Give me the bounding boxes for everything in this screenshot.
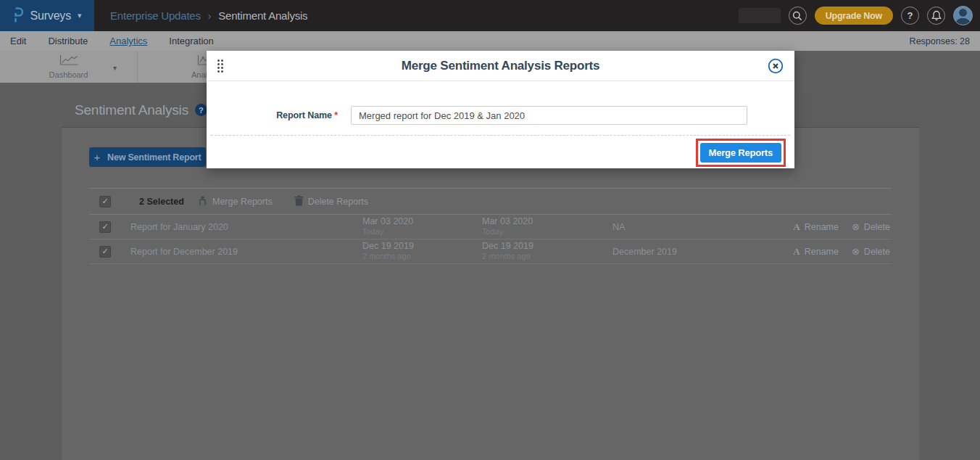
merge-reports-action[interactable]: Merge Reports — [197, 195, 273, 208]
delete-action[interactable]: ⊗ Delete — [852, 221, 890, 232]
nav-item-integration[interactable]: Integration — [169, 36, 213, 46]
check-icon: ✓ — [101, 197, 108, 206]
brand-label: Surveys — [30, 9, 71, 22]
user-avatar[interactable] — [953, 6, 973, 25]
created-date: Dec 19 2019 — [362, 241, 482, 252]
chevron-down-icon: ▾ — [78, 11, 82, 20]
modal-close-icon[interactable] — [768, 58, 784, 74]
modified-relative: 2 months ago — [482, 252, 612, 261]
nav-item-edit[interactable]: Edit — [10, 36, 26, 46]
notifications-bell-icon[interactable] — [927, 7, 945, 25]
merge-icon — [197, 195, 208, 208]
rename-action[interactable]: A Rename — [793, 221, 839, 233]
row-checkbox[interactable]: ✓ — [99, 246, 111, 258]
upgrade-now-button[interactable]: Upgrade Now — [815, 7, 893, 25]
search-input[interactable] — [739, 8, 781, 23]
table-row: ✓ Report for January 2020 Mar 03 2020 To… — [89, 215, 892, 239]
report-name-label: Report Name * — [207, 110, 338, 120]
created-date: Mar 03 2020 — [362, 216, 482, 227]
row-checkbox[interactable]: ✓ — [99, 221, 111, 233]
merge-reports-label: Merge Reports — [212, 197, 273, 207]
page-title: Sentiment Analysis — [75, 102, 188, 118]
delete-circle-icon: ⊗ — [852, 221, 860, 232]
created-date-cell: Mar 03 2020 Today — [362, 216, 482, 237]
delete-label: Delete — [864, 222, 890, 232]
table-bulk-actions-row: ✓ 2 Selected Merge Reports — [89, 188, 892, 215]
table-row: ✓ Report for December 2019 Dec 19 2019 2… — [89, 239, 892, 264]
rename-label: Rename — [805, 247, 839, 257]
row-actions: A Rename ⊗ Delete — [793, 221, 892, 233]
breadcrumb-separator: › — [208, 10, 211, 22]
check-icon: ✓ — [101, 247, 108, 256]
merge-reports-button[interactable]: Merge Reports — [700, 143, 781, 163]
survey-section-nav: Edit Distribute Analytics Integration Re… — [0, 31, 980, 51]
search-icon[interactable] — [789, 7, 807, 25]
tab-dashboard[interactable]: Dashboard ▾ — [0, 51, 138, 83]
top-bar: Surveys ▾ Enterprise Updates › Sentiment… — [0, 0, 980, 31]
breadcrumb: Enterprise Updates › Sentiment Analysis — [110, 9, 307, 22]
report-period: NA — [612, 222, 786, 232]
new-sentiment-report-button[interactable]: + New Sentiment Report — [89, 147, 206, 167]
delete-reports-action[interactable]: Delete Reports — [294, 195, 368, 208]
select-all-checkbox[interactable]: ✓ — [99, 196, 111, 208]
row-actions: A Rename ⊗ Delete — [793, 246, 892, 258]
report-name-field-row: Report Name * — [207, 106, 794, 125]
delete-circle-icon: ⊗ — [852, 246, 860, 257]
modal-footer: Merge Reports — [211, 135, 790, 168]
report-name-link[interactable]: Report for January 2020 — [130, 222, 362, 232]
report-name-link[interactable]: Report for December 2019 — [130, 247, 362, 257]
surveys-menu[interactable]: Surveys ▾ — [0, 0, 94, 31]
created-date-cell: Dec 19 2019 2 months ago — [362, 241, 482, 261]
required-asterisk: * — [334, 110, 338, 120]
delete-label: Delete — [864, 247, 890, 257]
rename-action[interactable]: A Rename — [793, 246, 839, 258]
modal-body: Report Name * — [207, 81, 794, 135]
tab-dashboard-caret-icon[interactable]: ▾ — [113, 64, 117, 72]
tab-dashboard-label: Dashboard — [49, 70, 88, 79]
modified-date: Mar 03 2020 — [482, 216, 612, 227]
modified-date: Dec 19 2019 — [482, 241, 612, 252]
modified-relative: Today — [482, 227, 612, 237]
row-checkbox-cell: ✓ — [89, 246, 130, 258]
rename-icon: A — [793, 246, 800, 258]
trash-icon — [294, 195, 304, 208]
new-report-label: New Sentiment Report — [107, 152, 201, 163]
nav-item-analytics[interactable]: Analytics — [109, 36, 147, 46]
created-relative: Today — [362, 227, 482, 237]
help-glyph: ? — [908, 10, 913, 21]
modified-date-cell: Dec 19 2019 2 months ago — [482, 241, 612, 261]
plus-icon: + — [94, 151, 101, 163]
delete-reports-label: Delete Reports — [308, 197, 368, 207]
delete-action[interactable]: ⊗ Delete — [852, 246, 890, 257]
check-icon: ✓ — [101, 222, 108, 231]
page-help-icon[interactable]: ? — [195, 104, 207, 116]
responses-count: Responses: 28 — [910, 36, 970, 46]
rename-icon: A — [793, 221, 800, 233]
topbar-actions: Upgrade Now ? — [739, 6, 980, 25]
help-icon[interactable]: ? — [901, 7, 919, 25]
breadcrumb-current: Sentiment Analysis — [218, 9, 307, 22]
created-relative: 2 months ago — [362, 252, 482, 261]
modified-date-cell: Mar 03 2020 Today — [482, 216, 612, 237]
breadcrumb-parent-link[interactable]: Enterprise Updates — [110, 9, 201, 22]
row-checkbox-cell: ✓ — [89, 221, 130, 233]
report-period: December 2019 — [612, 247, 786, 257]
selected-count: 2 Selected — [130, 197, 197, 207]
modal-title: Merge Sentiment Analysis Reports — [402, 59, 600, 73]
drag-handle-icon[interactable] — [217, 59, 224, 73]
reports-table: ✓ 2 Selected Merge Reports — [89, 188, 892, 264]
modal-header: Merge Sentiment Analysis Reports — [207, 51, 794, 81]
merge-reports-modal: Merge Sentiment Analysis Reports Report … — [207, 51, 794, 168]
nav-item-distribute[interactable]: Distribute — [48, 36, 88, 46]
merge-button-highlight: Merge Reports — [696, 139, 786, 167]
report-name-input[interactable] — [351, 106, 747, 125]
line-chart-icon — [59, 54, 78, 68]
header-checkbox-cell: ✓ — [89, 196, 130, 208]
brand-logo-icon — [13, 7, 24, 25]
rename-label: Rename — [805, 222, 839, 232]
report-name-label-text: Report Name — [276, 110, 332, 120]
